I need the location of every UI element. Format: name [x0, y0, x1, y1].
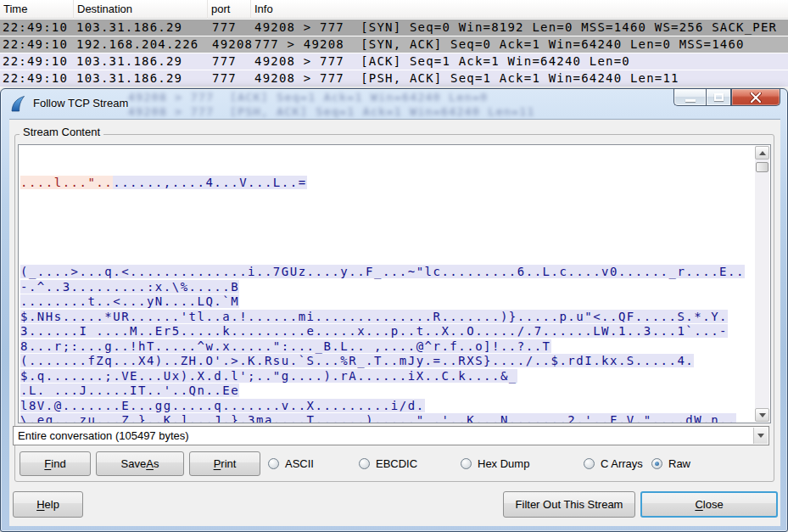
stream-line: $.q.......;.VE...Ux).X.d.l';.."g....).rA… [20, 369, 754, 384]
scroll-down-button[interactable] [755, 408, 769, 422]
radio-option[interactable]: C Arrays [584, 451, 643, 476]
dialog-client-area: Stream Content ....l..."........,....4..… [9, 119, 780, 526]
column-header-destination[interactable]: Destination [74, 0, 208, 19]
packet-destination: 103.31.186.29 [76, 70, 182, 87]
stream-content-label: Stream Content [20, 126, 103, 138]
stream-scrollbar[interactable] [755, 146, 769, 422]
packet-row[interactable]: 22:49:10 103.31.186.29 777 49208 > 777 [… [0, 20, 788, 36]
radio-icon [359, 458, 370, 469]
packet-info: 49208 > 777 [ACK] Seq=1 Ack=1 Win=64240 … [254, 53, 630, 70]
packet-port: 777 [212, 53, 237, 70]
radio-label: C Arrays [601, 457, 643, 470]
server-data-segment: 3......I ....M..Er5.....k.........e.....… [20, 324, 728, 338]
close-window-button[interactable] [731, 89, 780, 106]
maximize-button[interactable] [706, 89, 731, 106]
stream-line: (.......fZq...X4)..ZH.O'.>.K.Rsu.`S...%R… [20, 354, 754, 369]
packet-time: 22:49:10 [3, 36, 68, 53]
packet-destination: 192.168.204.226 [76, 36, 198, 53]
packet-destination: 103.31.186.29 [76, 20, 182, 36]
stream-line: -.^..3.........:x.\%.....B [20, 280, 754, 295]
stream-line: 3......I ....M..Er5.....k.........e.....… [20, 324, 754, 339]
radio-label: ASCII [285, 457, 314, 470]
stream-lines: ....l..."........,....4...V...L..= (_...… [20, 146, 754, 423]
minimize-icon [685, 99, 696, 102]
minimize-button[interactable] [673, 89, 706, 106]
filter-out-stream-button[interactable]: Filter Out This Stream [503, 491, 635, 518]
packet-time: 22:49:10 [3, 70, 68, 87]
radio-icon [584, 458, 595, 469]
packet-destination: 103.31.186.29 [76, 53, 182, 70]
stream-text-area[interactable]: ....l..."........,....4...V...L..= (_...… [18, 144, 771, 423]
server-data-segment: $.q.......;.VE...Ux).X.d.l';.."g....).rA… [20, 369, 517, 383]
packet-port: 777 [212, 20, 237, 36]
packet-row[interactable]: 22:49:10 103.31.186.29 777 49208 > 777 [… [0, 53, 788, 70]
radio-label: EBCDIC [376, 457, 417, 470]
radio-label: Hex Dump [478, 457, 529, 470]
stream-line: (_....>...q.<..............i..7GUz....y.… [20, 265, 754, 280]
server-data-segment: .L. ...J.....IT..'..Qn..Ee [20, 384, 239, 397]
client-data-segment: ....l...".. [20, 176, 113, 189]
column-header-info[interactable]: Info [251, 0, 788, 19]
arrow-down-icon [759, 413, 766, 417]
stream-line: \.eg...zu...Z.}..K.]...J.}.3ma....T.....… [20, 413, 754, 423]
stream-line: 8...r;:...g..!hT.....^w.x.....":..._B.L.… [20, 339, 754, 355]
dialog-titlebar[interactable]: 49208 > 777 [ACK] Seq=1 Ack=1 Win=64240 … [1, 89, 787, 119]
scroll-thumb[interactable] [756, 162, 768, 172]
window-controls [673, 89, 780, 106]
stream-line: .L. ...J.....IT..'..Qn..Ee [20, 384, 754, 399]
server-data-segment: (_....>...q.<..............i..7GUz....y.… [20, 265, 745, 278]
scroll-up-button[interactable] [755, 146, 769, 160]
packet-time: 22:49:10 [3, 20, 68, 36]
radio-icon [268, 458, 279, 469]
display-format-radios: ASCII EBCDIC Hex Dump C Arrays Raw [9, 451, 780, 476]
follow-tcp-stream-dialog: 49208 > 777 [ACK] Seq=1 Ack=1 Win=64240 … [0, 88, 788, 532]
server-data-segment: $.NHs.....*UR......'tl..a.!......mi.....… [20, 310, 728, 323]
packet-list-header: Time Destination port Info [0, 0, 788, 19]
close-icon [750, 92, 762, 103]
radio-icon [461, 458, 472, 469]
conversation-select-arrow[interactable] [753, 428, 768, 444]
packet-time: 22:49:10 [3, 53, 68, 70]
radio-icon [651, 458, 662, 469]
close-button[interactable]: Close [640, 491, 778, 518]
radio-option[interactable]: ASCII [268, 451, 314, 476]
packet-info: 49208 > 777 [PSH, ACK] Seq=1 Ack=1 Win=6… [254, 70, 679, 87]
packet-row[interactable]: 22:49:10 103.31.186.29 777 49208 > 777 [… [0, 70, 788, 87]
stream-first-line: ....l..."........,....4...V...L..= [20, 176, 754, 191]
titlebar-blur-text: 49208 > 777 [ACK] Seq=1 Ack=1 Win=64240 … [128, 91, 671, 104]
server-data-segment: -.^..3.........:x.\%.....B [20, 280, 239, 294]
radio-option[interactable]: EBCDIC [359, 451, 417, 476]
column-header-port[interactable]: port [208, 0, 251, 19]
radio-option[interactable]: Raw [651, 451, 690, 476]
stream-line: $.NHs.....*UR......'tl..a.!......mi.....… [20, 310, 754, 325]
titlebar-blur-text: 49208 > 777 [PSH, ACK] Seq=1 Ack=1 Win=6… [128, 105, 671, 118]
stream-line: l8V.@.......E...gg.....q.......v..X.....… [20, 399, 754, 414]
chevron-down-icon [757, 434, 764, 438]
server-data-segment: (.......fZq...X4)..ZH.O'.>.K.Rsu.`S...%R… [20, 354, 694, 367]
screen: Time Destination port Info 22:49:10 103.… [0, 0, 788, 532]
packet-port: 49208 [212, 36, 253, 53]
server-stream-block: (_....>...q.<..............i..7GUz....y.… [20, 221, 754, 423]
server-data-segment: \.eg...zu...Z.}..K.]...J.}.3ma....T.....… [20, 413, 736, 423]
column-header-time[interactable]: Time [0, 0, 74, 19]
packet-info: 777 > 49208 [SYN, ACK] Seq=0 Ack=1 Win=6… [254, 36, 745, 53]
radio-label: Raw [668, 457, 690, 470]
arrow-up-icon [759, 151, 766, 155]
packet-list: 22:49:10 103.31.186.29 777 49208 > 777 [… [0, 20, 788, 87]
radio-option[interactable]: Hex Dump [461, 451, 529, 476]
maximize-icon [714, 93, 724, 101]
stream-line: ........t..<...yN....LQ.`M [20, 294, 754, 310]
server-data-segment: l8V.@.......E...gg.....q.......v..X.....… [20, 399, 425, 412]
conversation-select-value: Entire conversation (105497 bytes) [18, 429, 189, 442]
packet-info: 49208 > 777 [SYN] Seq=0 Win=8192 Len=0 M… [254, 20, 777, 36]
packet-row[interactable]: 22:49:10 192.168.204.226 49208 777 > 492… [0, 36, 788, 53]
server-data-segment: 8...r;:...g..!hT.....^w.x.....":..._B.L.… [20, 339, 551, 353]
packet-port: 777 [212, 70, 237, 87]
server-data-segment: ........t..<...yN....LQ.`M [20, 294, 239, 308]
wireshark-icon [11, 96, 25, 112]
dialog-title: Follow TCP Stream [33, 97, 128, 109]
conversation-select[interactable]: Entire conversation (105497 bytes) [13, 426, 769, 445]
help-button[interactable]: Help [13, 491, 83, 518]
server-data-segment: ......,....4...V...L..= [113, 176, 306, 189]
